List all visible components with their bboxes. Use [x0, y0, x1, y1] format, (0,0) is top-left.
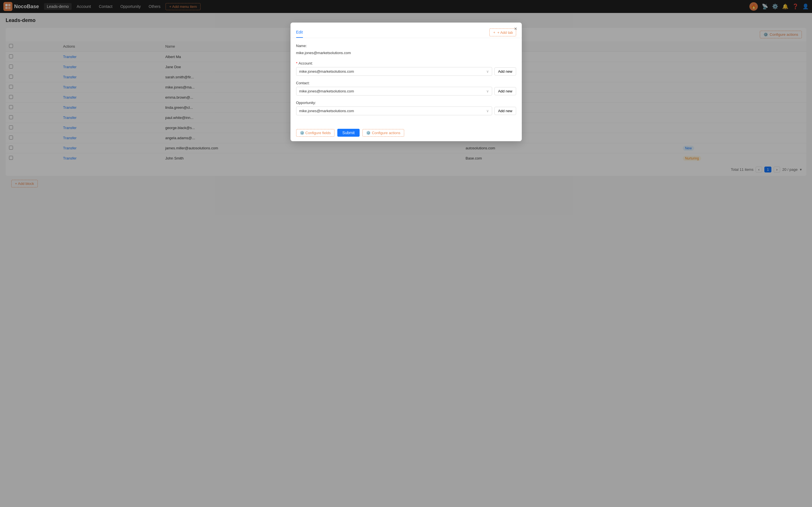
required-star: * [296, 61, 298, 65]
contact-select-value: mike.jones@marketsolutions.com [299, 89, 354, 93]
opportunity-field-group: Opportunity: mike.jones@marketsolutions.… [296, 101, 516, 115]
modal-overlay[interactable]: Edit ＋ + Add tab × Name: mike.jones@mark… [0, 0, 812, 196]
name-label: Name: [296, 44, 516, 48]
name-value: mike.jones@marketsolutions.com [296, 50, 516, 56]
modal-header: Edit ＋ + Add tab × [291, 22, 522, 38]
modal-edit-tab[interactable]: Edit [296, 27, 303, 38]
gear-icon: ⚙️ [366, 131, 371, 135]
modal-close-button[interactable]: × [514, 26, 517, 32]
configure-fields-button[interactable]: ⚙️ Configure fields [296, 129, 335, 137]
modal-body: Name: mike.jones@marketsolutions.com * A… [291, 38, 522, 126]
configure-actions-modal-button[interactable]: ⚙️ Configure actions [362, 129, 404, 137]
submit-button[interactable]: Submit [337, 129, 360, 137]
opportunity-field-row: mike.jones@marketsolutions.com ∨ Add new [296, 107, 516, 115]
modal-add-tab-button[interactable]: ＋ + Add tab [489, 29, 516, 36]
opportunity-chevron-icon: ∨ [486, 109, 489, 113]
contact-add-new-button[interactable]: Add new [495, 87, 516, 95]
account-label: * Account: [296, 61, 516, 65]
modal-footer: ⚙️ Configure fields Submit ⚙️ Configure … [291, 126, 522, 141]
name-field-group: Name: mike.jones@marketsolutions.com [296, 44, 516, 56]
contact-chevron-icon: ∨ [486, 89, 489, 93]
gear-icon: ⚙️ [300, 131, 304, 135]
contact-field-group: Contact: mike.jones@marketsolutions.com … [296, 81, 516, 96]
opportunity-select[interactable]: mike.jones@marketsolutions.com ∨ [296, 107, 492, 115]
edit-modal: Edit ＋ + Add tab × Name: mike.jones@mark… [291, 22, 522, 141]
account-select[interactable]: mike.jones@marketsolutions.com ∨ [296, 67, 492, 76]
contact-field-row: mike.jones@marketsolutions.com ∨ Add new [296, 87, 516, 96]
opportunity-add-new-button[interactable]: Add new [495, 107, 516, 115]
account-chevron-icon: ∨ [486, 69, 489, 73]
contact-select[interactable]: mike.jones@marketsolutions.com ∨ [296, 87, 492, 96]
account-field-group: * Account: mike.jones@marketsolutions.co… [296, 61, 516, 76]
account-select-value: mike.jones@marketsolutions.com [299, 69, 354, 73]
account-add-new-button[interactable]: Add new [495, 67, 516, 75]
opportunity-label: Opportunity: [296, 101, 516, 105]
opportunity-select-value: mike.jones@marketsolutions.com [299, 109, 354, 113]
contact-label: Contact: [296, 81, 516, 85]
account-field-row: mike.jones@marketsolutions.com ∨ Add new [296, 67, 516, 76]
